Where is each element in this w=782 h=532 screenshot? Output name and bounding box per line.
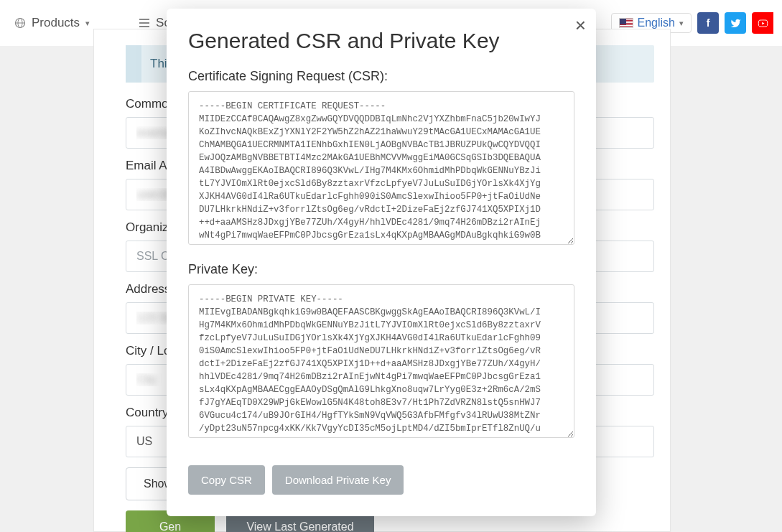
modal-overlay[interactable]: × Generated CSR and Private Key Certific… xyxy=(0,0,782,532)
download-private-key-button[interactable]: Download Private Key xyxy=(272,465,404,495)
modal-title: Generated CSR and Private Key xyxy=(188,29,574,53)
private-key-label: Private Key: xyxy=(188,262,574,277)
private-key-textarea[interactable] xyxy=(188,284,574,438)
copy-csr-button[interactable]: Copy CSR xyxy=(188,465,265,495)
csr-textarea[interactable] xyxy=(188,91,574,245)
csr-result-modal: × Generated CSR and Private Key Certific… xyxy=(167,9,596,516)
close-button[interactable]: × xyxy=(575,16,586,34)
csr-label: Certificate Signing Request (CSR): xyxy=(188,69,574,84)
